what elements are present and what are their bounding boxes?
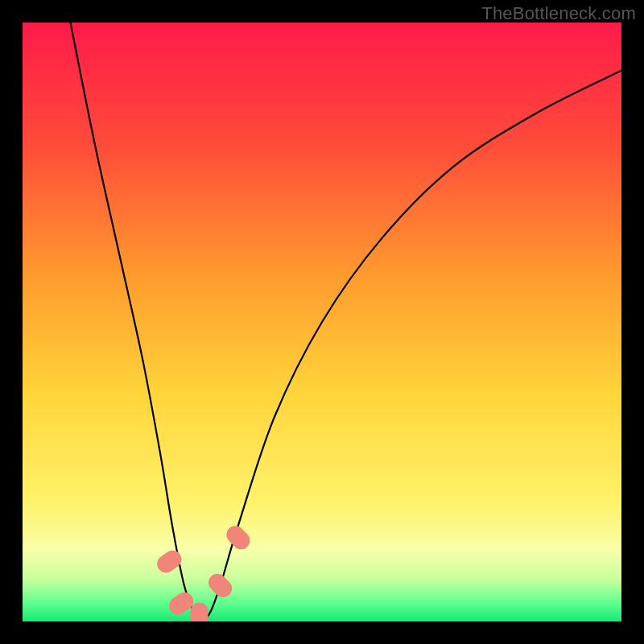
- bottleneck-curve-path: [71, 23, 621, 619]
- curve-markers-group: [154, 522, 254, 621]
- attribution-text: TheBottleneck.com: [481, 3, 636, 24]
- marker-3: [190, 603, 208, 621]
- marker-4: [204, 570, 235, 601]
- marker-5: [223, 522, 254, 553]
- chart-frame: [23, 23, 621, 621]
- chart-svg: [23, 23, 621, 621]
